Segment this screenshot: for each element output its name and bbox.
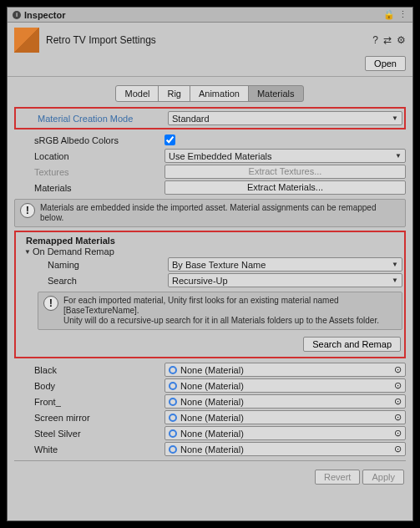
material-slot-label: Black <box>14 365 164 375</box>
material-slot-row: BodyNone (Material)⊙ <box>14 378 406 393</box>
material-object-value: None (Material) <box>180 381 392 391</box>
object-picker-icon[interactable]: ⊙ <box>392 428 403 439</box>
material-object-field[interactable]: None (Material)⊙ <box>164 378 406 393</box>
object-picker-icon[interactable]: ⊙ <box>392 396 403 407</box>
object-picker-icon[interactable]: ⊙ <box>392 364 403 375</box>
footer-buttons: Revert Apply <box>14 465 406 485</box>
info-icon: i <box>13 11 21 19</box>
material-object-field[interactable]: None (Material)⊙ <box>164 410 406 424</box>
material-object-field[interactable]: None (Material)⊙ <box>164 394 406 409</box>
tab-rig[interactable]: Rig <box>158 85 190 102</box>
info-badge-icon: ! <box>43 296 58 311</box>
search-label: Search <box>18 276 168 286</box>
tab-model[interactable]: Model <box>115 85 159 102</box>
asset-thumbnail-icon <box>14 28 39 53</box>
material-object-value: None (Material) <box>180 413 392 423</box>
chevron-down-icon: ▼ <box>392 114 398 122</box>
extract-materials-button[interactable]: Extract Materials... <box>164 180 406 195</box>
materials-label: Materials <box>14 183 164 193</box>
chevron-down-icon: ▼ <box>392 261 398 268</box>
asset-name: Retro TV Import Settings <box>46 34 372 46</box>
preset-icon[interactable]: ⇄ <box>383 34 392 46</box>
help-icon[interactable]: ? <box>372 34 378 46</box>
material-slot-label: Screen mirror <box>14 413 164 423</box>
context-menu-icon[interactable]: ⋮ <box>398 9 407 20</box>
textures-label: Textures <box>14 167 164 177</box>
embedded-materials-info: ! Materials are embedded inside the impo… <box>14 199 406 227</box>
location-label: Location <box>14 151 164 161</box>
inspector-titlebar: i Inspector 🔒 ⋮ <box>8 8 412 23</box>
object-ring-icon <box>169 429 177 438</box>
tab-materials[interactable]: Materials <box>248 85 304 102</box>
panel-title: Inspector <box>24 10 380 20</box>
material-object-field[interactable]: None (Material)⊙ <box>164 363 406 377</box>
material-slot-label: White <box>14 444 164 454</box>
object-ring-icon <box>169 445 177 454</box>
material-slot-label: Body <box>14 381 164 391</box>
settings-gear-icon[interactable]: ⚙ <box>397 34 406 46</box>
material-creation-mode-dropdown[interactable]: Standard ▼ <box>168 111 402 125</box>
importer-tabs: Model Rig Animation Materials <box>14 85 406 102</box>
remapped-materials-header: Remapped Materials <box>18 234 402 246</box>
material-slot-row: WhiteNone (Material)⊙ <box>14 441 406 457</box>
object-ring-icon <box>169 382 177 390</box>
material-object-value: None (Material) <box>180 365 392 375</box>
material-object-value: None (Material) <box>180 397 392 407</box>
srgb-checkbox[interactable] <box>164 135 175 145</box>
search-dropdown[interactable]: Recursive-Up ▼ <box>168 273 402 287</box>
object-picker-icon[interactable]: ⊙ <box>392 412 403 423</box>
foldout-triangle-icon: ▼ <box>24 248 31 256</box>
material-object-value: None (Material) <box>180 429 392 439</box>
material-slot-row: Steel SilverNone (Material)⊙ <box>14 425 406 441</box>
material-slot-row: BlackNone (Material)⊙ <box>14 362 406 378</box>
material-slot-row: Screen mirrorNone (Material)⊙ <box>14 409 406 425</box>
highlight-remapped-materials: Remapped Materials ▼ On Demand Remap Nam… <box>14 231 406 358</box>
lock-icon[interactable]: 🔒 <box>383 9 395 20</box>
asset-header: Retro TV Import Settings ? ⇄ ⚙ Open <box>8 23 412 77</box>
srgb-label: sRGB Albedo Colors <box>14 135 164 145</box>
chevron-down-icon: ▼ <box>392 277 398 284</box>
material-slot-row: Front_None (Material)⊙ <box>14 393 406 409</box>
object-ring-icon <box>169 398 177 406</box>
object-picker-icon[interactable]: ⊙ <box>392 380 403 391</box>
revert-button[interactable]: Revert <box>315 470 360 485</box>
tab-animation[interactable]: Animation <box>190 85 249 102</box>
on-demand-remap-foldout[interactable]: ▼ On Demand Remap <box>18 246 402 256</box>
inspector-panel: i Inspector 🔒 ⋮ Retro TV Import Settings… <box>7 7 413 521</box>
material-slot-label: Steel Silver <box>14 429 164 439</box>
chevron-down-icon: ▼ <box>395 152 402 160</box>
material-slot-label: Front_ <box>14 397 164 407</box>
naming-label: Naming <box>18 260 168 270</box>
remap-info: ! For each imported material, Unity firs… <box>38 292 402 330</box>
location-dropdown[interactable]: Use Embedded Materials ▼ <box>164 149 406 163</box>
divider <box>14 460 406 461</box>
material-object-field[interactable]: None (Material)⊙ <box>164 426 406 440</box>
object-ring-icon <box>169 366 177 374</box>
material-object-field[interactable]: None (Material)⊙ <box>164 442 406 456</box>
search-and-remap-button[interactable]: Search and Remap <box>303 337 401 352</box>
material-creation-mode-label: Material Creation Mode <box>18 114 168 124</box>
extract-textures-button: Extract Textures... <box>164 165 406 179</box>
apply-button[interactable]: Apply <box>362 470 404 485</box>
inspector-body: Model Rig Animation Materials Material C… <box>8 77 412 520</box>
object-picker-icon[interactable]: ⊙ <box>392 444 403 454</box>
object-ring-icon <box>169 414 177 422</box>
info-badge-icon: ! <box>20 203 35 218</box>
highlight-material-creation-mode: Material Creation Mode Standard ▼ <box>14 107 406 129</box>
material-slots: BlackNone (Material)⊙BodyNone (Material)… <box>14 362 406 457</box>
open-button[interactable]: Open <box>365 56 406 71</box>
material-object-value: None (Material) <box>180 444 392 454</box>
naming-dropdown[interactable]: By Base Texture Name ▼ <box>168 257 402 272</box>
